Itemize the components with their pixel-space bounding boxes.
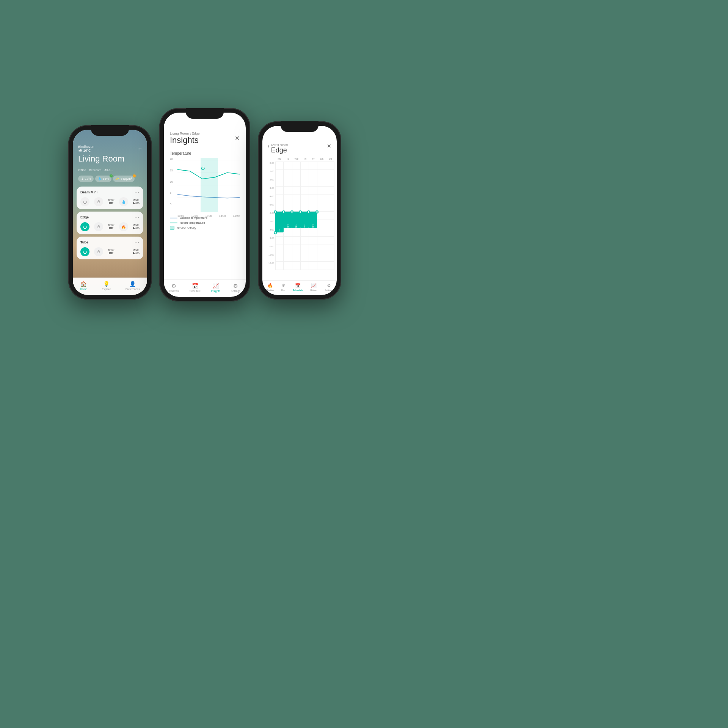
nav-home-label: Home xyxy=(80,288,87,290)
power-btn-beam[interactable]: ⏻ xyxy=(80,197,89,206)
time-10: 10:00 xyxy=(265,245,275,253)
insights-screen: Living Room \ Edge Insights ✕ Temperatur… xyxy=(164,113,246,297)
air-value: 64µg/m³ xyxy=(121,177,132,180)
insights-close-button[interactable]: ✕ xyxy=(235,135,240,142)
device-menu-beam[interactable]: ··· xyxy=(135,190,140,195)
timer-btn-edge[interactable]: ⏱ xyxy=(94,222,103,231)
timer-btn-tube[interactable]: ⏱ xyxy=(94,247,103,256)
timer-label-edge: Timer Off xyxy=(108,224,115,230)
sched-nav-history[interactable]: 📈 History xyxy=(310,283,317,291)
sched-nav-schedule[interactable]: 📅 Schedule xyxy=(293,283,303,291)
sched-block-we: 21°c xyxy=(292,212,300,228)
nav-settings-label: Settings xyxy=(231,290,240,292)
humidity-value: 55% xyxy=(103,177,109,180)
legend-activity: Device activity xyxy=(170,226,240,230)
tab-office[interactable]: Office xyxy=(78,168,86,172)
sched-nav-heating[interactable]: 🔥 Heating xyxy=(266,283,274,291)
notch-1 xyxy=(91,125,129,136)
nav-preferences[interactable]: 👤 Preferences xyxy=(126,281,140,290)
timer-label-tube: Timer Off xyxy=(108,249,115,255)
nav-schedule[interactable]: 📅 Schedule xyxy=(190,283,201,292)
sched-nav-eco[interactable]: ❄ Eco xyxy=(281,283,285,291)
time-11: 11:00 xyxy=(265,253,275,262)
activity-legend-color xyxy=(170,226,174,230)
dot-mo-top xyxy=(274,210,277,213)
nav-settings[interactable]: ⚙ Settings xyxy=(231,283,240,292)
sched-block-mo-label: 21°c xyxy=(278,229,281,232)
device-header-tube: Tube ··· xyxy=(80,240,140,245)
device-header-beam: Beam Mini ··· xyxy=(80,190,140,195)
home-screen: Eindhoven ☁️ 16°C Living Room + Office B… xyxy=(73,130,147,295)
outside-legend-color xyxy=(170,218,177,218)
dot-sa-top xyxy=(315,210,318,213)
screen-insights: Living Room \ Edge Insights ✕ Temperatur… xyxy=(164,113,246,297)
nav-explore[interactable]: 💡 Explore xyxy=(102,281,111,290)
y-0: 0 xyxy=(170,203,177,206)
time-3: 3:00 xyxy=(265,187,275,195)
cell-0-su xyxy=(326,162,334,170)
sched-cal-icon: 📅 xyxy=(295,283,301,288)
dot-tu-top xyxy=(282,210,285,213)
heating-icon: 🔥 xyxy=(267,283,273,288)
device-controls-edge: ⏻ ⏱ Timer Off 🔥 Mode Auto xyxy=(80,222,140,231)
sched-nav-settings-label: Settings xyxy=(325,289,333,291)
nav-insights[interactable]: 📈 Insights xyxy=(211,283,220,292)
nav-home[interactable]: 🏠 Home xyxy=(80,281,87,290)
day-th: Th xyxy=(301,157,309,161)
x-axis: 11:00 12:00 13:00 14:00 14:50 xyxy=(177,215,240,217)
sched-block-fr-label: 21°c xyxy=(312,224,314,228)
weather-label: ☁️ 16°C xyxy=(78,149,142,152)
mode-label-tube: Mode Auto xyxy=(133,249,140,255)
device-edge: Edge ··· ⏻ ⏱ Timer Off 🔥 xyxy=(77,212,143,234)
device-name-tube: Tube xyxy=(80,240,88,244)
home-icon: 🏠 xyxy=(80,281,87,287)
sched-block-th: 21°c xyxy=(300,212,309,228)
timer-btn-beam[interactable]: ⏱ xyxy=(94,197,103,206)
dot-fr-top xyxy=(307,210,310,213)
sched-block-th-label: 21°c xyxy=(303,224,306,228)
day-sa: Sa xyxy=(317,157,326,161)
scene: Eindhoven ☁️ 16°C Living Room + Office B… xyxy=(68,108,341,301)
day-headers: Mo Tu We Th Fr Sa Su xyxy=(265,157,334,161)
chart-legend: Outside temperature Room temperature Dev… xyxy=(170,216,240,230)
add-button[interactable]: + xyxy=(138,146,142,152)
time-0: 0:00 xyxy=(265,162,275,170)
stat-temp: 🌡 18°c xyxy=(78,176,94,182)
device-list: Beam Mini ··· ⏻ ⏱ Timer Off 💧 xyxy=(73,187,147,278)
y-10: 10 xyxy=(170,180,177,183)
device-beam-mini: Beam Mini ··· ⏻ ⏱ Timer Off 💧 xyxy=(77,187,143,209)
power-btn-edge[interactable]: ⏻ xyxy=(80,222,89,231)
cell-0-mo xyxy=(275,162,284,170)
y-axis: 20 15 10 5 0 xyxy=(170,158,177,212)
device-menu-tube[interactable]: ··· xyxy=(135,240,140,245)
city-label: Eindhoven xyxy=(78,145,142,149)
eco-icon: ❄ xyxy=(281,283,285,288)
x-1100: 11:00 xyxy=(177,215,184,217)
time-9: 9:00 xyxy=(265,237,275,245)
drop-btn-beam[interactable]: 💧 xyxy=(119,197,128,206)
room-legend-label: Room temperature xyxy=(180,221,205,224)
time-7: 7:00 xyxy=(265,220,275,228)
schedule-grid-wrapper: Mo Tu We Th Fr Sa Su 0:00 xyxy=(262,157,337,280)
dot-mo-bottom xyxy=(274,231,277,234)
sched-close-button[interactable]: ✕ xyxy=(327,143,331,149)
phone-insights: Living Room \ Edge Insights ✕ Temperatur… xyxy=(159,108,250,301)
sched-nav-settings[interactable]: ⚙ Settings xyxy=(325,283,333,291)
tab-all[interactable]: All d... xyxy=(104,168,113,172)
power-btn-tube[interactable]: ⏻ xyxy=(80,247,89,256)
check-badge: ✓ xyxy=(110,174,113,177)
heat-btn-edge[interactable]: 🔥 xyxy=(119,222,128,231)
controls-icon: ⚙ xyxy=(171,283,176,289)
day-mo: Mo xyxy=(275,157,284,161)
device-menu-edge[interactable]: ··· xyxy=(135,215,140,220)
sched-block-mo: 21°c xyxy=(275,212,284,232)
schedule-icon: 📅 xyxy=(192,283,198,289)
bottom-nav-home: 🏠 Home 💡 Explore 👤 Preferences xyxy=(73,278,147,295)
nav-controls-label: Controls xyxy=(169,290,179,292)
day-fr: Fr xyxy=(309,157,317,161)
tab-bedroom[interactable]: Bedroom xyxy=(89,168,101,172)
insights-icon: 📈 xyxy=(212,283,219,289)
time-4: 4:00 xyxy=(265,195,275,203)
nav-controls[interactable]: ⚙ Controls xyxy=(169,283,179,292)
day-su: Su xyxy=(326,157,334,161)
